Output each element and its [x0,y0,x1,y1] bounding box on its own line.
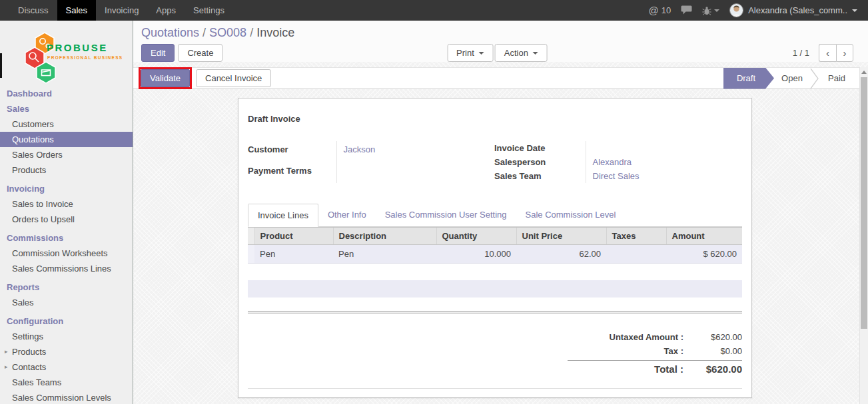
control-panel-buttons-row: Edit Create Print Action 1 / 1 [141,44,853,62]
probuse-logo: PROBUSE PROFESSIONAL BUSINESS [0,21,133,82]
expand-caret-icon[interactable]: ▸ [5,363,8,370]
cancel-invoice-button[interactable]: Cancel Invoice [196,69,271,87]
tab-sale-commission-level[interactable]: Sale Commission Level [516,204,626,226]
payment-terms-label: Payment Terms [248,162,336,184]
statusbar: Validate Cancel Invoice Draft Open Paid [133,67,868,89]
create-button[interactable]: Create [178,44,222,62]
mention-count: 10 [661,5,671,15]
cell-taxes [606,245,666,264]
cell-unit-price: 62.00 [516,245,606,264]
pager-previous-icon[interactable] [819,44,836,62]
sales-team-label: Sales Team [494,169,586,183]
top-menu-invoicing[interactable]: Invoicing [96,0,147,21]
scrollbar-thumb[interactable] [861,77,867,329]
top-menu-settings[interactable]: Settings [185,0,233,21]
avatar [729,3,743,17]
sidebar-heading-configuration[interactable]: Configuration [0,313,133,329]
chevron-down-icon [533,52,538,55]
tax-label: Tax : [664,346,683,356]
total-label: Total : [654,363,683,375]
red-annotation-box: Validate [139,67,192,89]
sidebar-item-orders-to-upsell[interactable]: Orders to Upsell [0,212,133,227]
form-view-area: Draft Invoice Customer Jackson Payment T… [133,98,868,391]
user-name: Alexandra (Sales_comm.. [748,5,847,15]
cell-quantity: 10.000 [436,245,516,264]
tab-invoice-lines[interactable]: Invoice Lines [248,204,318,227]
debug-menu-button[interactable] [702,6,719,15]
vertical-scrollbar[interactable] [859,67,868,404]
print-dropdown-button[interactable]: Print [447,44,494,62]
tab-other-info[interactable]: Other Info [318,204,376,226]
cell-description: Pen [333,245,436,264]
cell-product: Pen [254,245,333,264]
invoice-line-row[interactable]: Pen Pen 10.000 62.00 $ 620.00 [248,245,742,264]
sidebar-heading-dashboard[interactable]: Dashboard [0,86,133,101]
pager-next-icon[interactable] [836,44,853,62]
sidebar-item-settings[interactable]: Settings [0,329,133,344]
chevron-down-icon [714,9,719,12]
invoice-lines-table: Product Description Quantity Unit Price … [248,227,742,264]
sidebar-item-products[interactable]: Products [0,162,133,178]
expand-caret-icon[interactable]: ▸ [5,348,8,355]
user-menu[interactable]: Alexandra (Sales_comm.. [729,3,857,17]
sidebar-item-commission-worksheets[interactable]: Commission Worksheets [0,246,133,261]
chat-bubble-icon [681,5,692,15]
top-menu-apps[interactable]: Apps [147,0,185,21]
probuse-logo-title: PROBUSE [47,42,108,53]
messages-button[interactable] [681,5,692,15]
invoice-date-value [586,141,742,155]
scroll-up-arrow-icon[interactable] [860,67,868,77]
customer-value[interactable]: Jackson [336,141,485,162]
status-pipeline: Draft Open Paid [723,68,855,89]
table-header-row: Product Description Quantity Unit Price … [248,228,742,245]
action-dropdown-button[interactable]: Action [495,44,548,62]
validate-button[interactable]: Validate [141,69,190,87]
bug-icon [702,6,711,15]
sidebar-item-config-contacts[interactable]: ▸Contacts [0,359,133,375]
sidebar-item-config-products[interactable]: ▸Products [0,344,133,359]
chevron-down-icon [852,9,857,12]
breadcrumb-so008[interactable]: SO008 [209,26,246,39]
customer-label: Customer [248,141,336,162]
sales-team-value[interactable]: Direct Sales [586,169,742,183]
salesperson-value[interactable]: Alexandra [586,155,742,169]
sidebar-heading-reports[interactable]: Reports [0,280,133,295]
invoice-totals: Untaxed Amount : $620.00 Tax : $0.00 Tot… [568,330,742,377]
top-menu-discuss[interactable]: Discuss [9,0,57,21]
field-group-left: Customer Jackson Payment Terms [248,141,485,183]
sidebar-nav: Dashboard Sales Customers Quotations Sal… [0,86,133,404]
sidebar-item-quotations[interactable]: Quotations [0,132,133,147]
sidebar-item-sales-teams[interactable]: Sales Teams [0,375,133,390]
sidebar-item-customers[interactable]: Customers [0,116,133,132]
sidebar-heading-sales[interactable]: Sales [0,101,133,116]
field-row-customer: Customer Jackson [248,141,485,162]
screen-edge-artifact [0,53,2,78]
invoice-title: Draft Invoice [248,114,742,124]
edit-button[interactable]: Edit [141,44,175,62]
mentions-counter[interactable]: @ 10 [648,5,671,16]
breadcrumb-separator: / [203,26,206,39]
breadcrumb-quotations[interactable]: Quotations [141,26,199,39]
col-unit-price: Unit Price [516,228,606,245]
sidebar-item-sales-commissions-lines[interactable]: Sales Commissions Lines [0,261,133,276]
status-paid[interactable]: Paid [819,68,855,89]
field-row-salesperson: Salesperson Alexandra [494,155,742,169]
breadcrumb: Quotations/SO008/Invoice [141,26,853,40]
sidebar-item-sales-orders[interactable]: Sales Orders [0,147,133,162]
col-description: Description [333,228,436,245]
status-open[interactable]: Open [774,68,810,89]
breadcrumb-current: Invoice [256,26,294,39]
col-taxes: Taxes [606,228,666,245]
sidebar-heading-invoicing[interactable]: Invoicing [0,181,133,196]
status-draft[interactable]: Draft [723,68,774,89]
salesperson-label: Salesperson [494,155,586,169]
sidebar-item-sales-to-invoice[interactable]: Sales to Invoice [0,196,133,212]
sidebar-item-sales-commission-levels[interactable]: Sales Commission Levels [0,390,133,404]
sidebar-heading-commissions[interactable]: Commissions [0,230,133,246]
print-label: Print [456,48,474,58]
sidebar: PROBUSE PROFESSIONAL BUSINESS Dashboard … [0,21,133,404]
tab-sales-commission-user-setting[interactable]: Sales Commission User Setting [376,204,516,226]
top-menu-sales[interactable]: Sales [57,0,97,21]
probuse-logo-hexagons [24,25,71,85]
sidebar-item-report-sales[interactable]: Sales [0,295,133,310]
